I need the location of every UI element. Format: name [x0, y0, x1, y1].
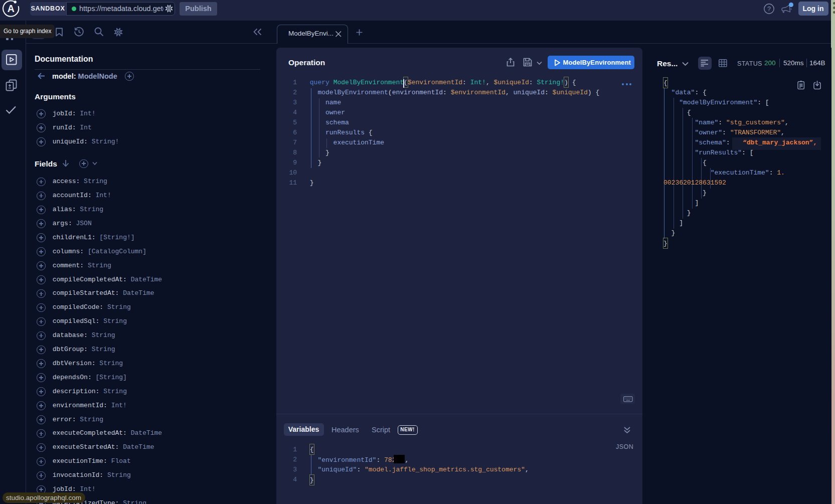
svg-text:?: ? [767, 6, 771, 13]
svg-text:A: A [8, 3, 15, 14]
